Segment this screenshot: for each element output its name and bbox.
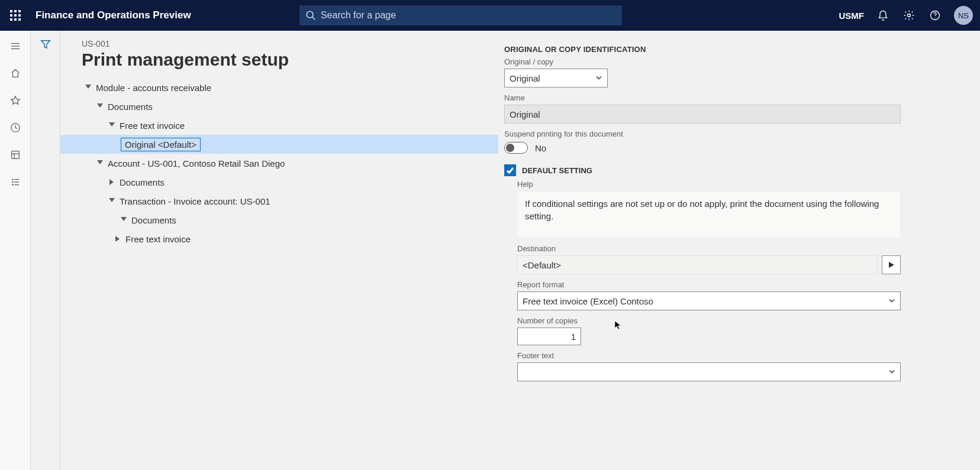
modules-icon[interactable]: [8, 175, 22, 189]
name-label: Name: [504, 93, 971, 102]
svg-rect-4: [14, 14, 17, 17]
copies-value: 1: [571, 332, 576, 342]
svg-rect-0: [10, 10, 12, 12]
svg-rect-7: [14, 18, 17, 21]
tree-node-original-default[interactable]: Original <Default>: [60, 135, 498, 154]
app-title: Finance and Operations Preview: [36, 9, 191, 21]
suspend-label: Suspend printing for this document: [504, 129, 971, 138]
svg-rect-1: [14, 10, 17, 12]
tree-label: Free text invoice: [125, 234, 191, 244]
avatar[interactable]: NS: [954, 6, 973, 25]
workspaces-icon[interactable]: [8, 148, 22, 162]
svg-rect-8: [18, 18, 21, 21]
main-area: US-001 Print management setup Module - a…: [0, 31, 980, 470]
report-format-label: Report format: [517, 280, 971, 289]
tree-node-account[interactable]: Account - US-001, Contoso Retail San Die…: [82, 154, 498, 173]
company-picker[interactable]: USMF: [839, 11, 864, 21]
default-setting-checkbox[interactable]: [504, 164, 516, 176]
svg-point-22: [12, 179, 14, 180]
tree-label: Free text invoice: [120, 121, 185, 131]
tree-label: Module - accounts receivable: [96, 83, 211, 93]
chevron-down-icon: [84, 83, 92, 92]
tree-label: Documents: [120, 177, 165, 187]
tree-label: Documents: [108, 102, 153, 112]
recent-icon[interactable]: [8, 121, 22, 135]
svg-rect-3: [10, 14, 12, 17]
svg-marker-17: [11, 96, 19, 105]
app-launcher-icon[interactable]: [5, 5, 26, 26]
destination-readonly: <Default>: [517, 255, 877, 274]
copies-label: Number of copies: [517, 316, 971, 325]
svg-rect-5: [18, 14, 21, 17]
help-icon[interactable]: [923, 4, 947, 27]
help-text: If conditional settings are not set up o…: [517, 191, 901, 238]
original-copy-value: Original: [510, 73, 540, 83]
gear-icon[interactable]: [897, 4, 921, 27]
chevron-down-icon: [120, 216, 128, 224]
svg-marker-37: [889, 262, 894, 268]
left-nav-rail: [0, 31, 31, 470]
original-copy-select[interactable]: Original: [504, 69, 608, 87]
name-readonly: Original: [504, 105, 901, 124]
page-title: Print management setup: [82, 50, 498, 70]
chevron-down-icon: [96, 159, 104, 167]
original-copy-label: Original / copy: [504, 57, 971, 66]
svg-point-11: [907, 14, 910, 17]
filter-pane-toggle: [31, 31, 60, 470]
tree-label: Original <Default>: [121, 138, 201, 151]
chevron-right-icon: [114, 235, 122, 243]
tree-node-documents[interactable]: Documents: [82, 97, 498, 116]
svg-point-26: [12, 184, 14, 186]
name-value: Original: [510, 109, 540, 119]
svg-rect-2: [18, 10, 21, 12]
tree-label: Transaction - Invoice account: US-001: [120, 196, 270, 206]
destination-value: <Default>: [523, 260, 561, 270]
search-icon: [305, 10, 316, 21]
global-search[interactable]: [299, 5, 622, 25]
tree-pane: US-001 Print management setup Module - a…: [60, 31, 498, 470]
chevron-down-icon: [96, 102, 104, 111]
svg-marker-33: [109, 179, 114, 185]
tree-node-transaction-free-text[interactable]: Free text invoice: [82, 229, 498, 248]
svg-marker-28: [41, 41, 49, 48]
chevron-down-icon: [888, 296, 895, 306]
footer-select[interactable]: [517, 362, 901, 381]
svg-marker-36: [115, 236, 120, 242]
notifications-icon[interactable]: [871, 4, 895, 27]
report-format-value: Free text invoice (Excel) Contoso: [523, 296, 653, 306]
svg-marker-30: [97, 103, 103, 108]
svg-point-13: [934, 18, 935, 18]
search-input[interactable]: [321, 10, 616, 21]
suspend-value: No: [535, 143, 546, 153]
tree-node-transaction-documents[interactable]: Documents: [82, 210, 498, 229]
tree-node-free-text-invoice[interactable]: Free text invoice: [82, 116, 498, 135]
destination-open-button[interactable]: [882, 255, 901, 274]
svg-marker-32: [97, 160, 103, 164]
destination-label: Destination: [517, 244, 971, 253]
tree-label: Account - US-001, Contoso Retail San Die…: [108, 158, 285, 168]
home-icon[interactable]: [8, 66, 22, 80]
default-setting-label: DEFAULT SETTING: [522, 166, 592, 175]
svg-rect-6: [10, 18, 12, 21]
chevron-down-icon: [108, 197, 116, 205]
form-pane: ORIGINAL OR COPY IDENTIFICATION Original…: [498, 31, 980, 470]
help-label: Help: [517, 180, 971, 189]
menu-icon[interactable]: [8, 39, 22, 53]
chevron-down-icon: [888, 367, 895, 377]
svg-line-10: [312, 17, 315, 20]
svg-marker-29: [85, 85, 91, 89]
tree-node-account-documents[interactable]: Documents: [82, 173, 498, 192]
copies-input[interactable]: 1: [517, 328, 581, 345]
star-icon[interactable]: [8, 93, 22, 108]
content: US-001 Print management setup Module - a…: [60, 31, 980, 470]
tree-node-transaction[interactable]: Transaction - Invoice account: US-001: [82, 192, 498, 210]
svg-marker-31: [109, 122, 115, 127]
suspend-toggle[interactable]: [504, 142, 528, 154]
svg-rect-19: [11, 151, 19, 159]
filter-icon[interactable]: [40, 39, 51, 470]
section-identification-head: ORIGINAL OR COPY IDENTIFICATION: [504, 45, 971, 54]
header-right: USMF NS: [839, 4, 975, 27]
svg-marker-34: [109, 198, 115, 202]
tree-node-module[interactable]: Module - accounts receivable: [82, 78, 498, 97]
report-format-select[interactable]: Free text invoice (Excel) Contoso: [517, 291, 901, 310]
